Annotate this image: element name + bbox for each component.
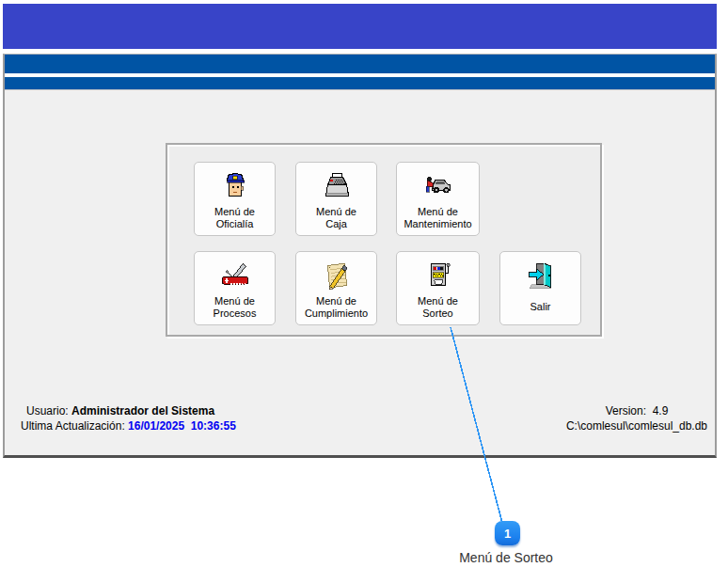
- exit-door-icon: [525, 258, 557, 292]
- menu-button-cumplimiento[interactable]: Menú de Cumplimiento: [295, 251, 377, 325]
- label-line1: Menú de: [214, 206, 255, 218]
- label-line1: Menú de: [214, 295, 257, 307]
- label-line1: Menú de: [316, 206, 356, 218]
- label-line2: Mantenimiento: [404, 218, 471, 230]
- menu-button-procesos[interactable]: Menú de Procesos: [194, 251, 276, 325]
- car-repair-icon: [422, 168, 454, 203]
- label-line2: Caja: [316, 218, 356, 230]
- footer-status: Usuario: Administrador del Sistema Ultim…: [21, 403, 236, 433]
- usuario-label: Usuario:: [26, 404, 71, 418]
- menu-button-label: Menú de Cumplimiento: [305, 292, 368, 324]
- menu-button-label: Menú de Procesos: [214, 292, 257, 324]
- swiss-knife-icon: [219, 258, 251, 292]
- actualizacion-value: 16/01/2025 10:36:55: [128, 419, 236, 433]
- menu-button-salir[interactable]: Salir: [499, 251, 581, 325]
- label-line1: Menú de: [305, 295, 368, 307]
- menu-button-oficialia[interactable]: Menú de Oficialía: [194, 162, 276, 236]
- title-bar: [3, 4, 717, 49]
- notepad-pencil-icon: [321, 258, 353, 292]
- toolbar-band-bottom: [5, 77, 715, 90]
- label-line2: Oficialía: [214, 218, 255, 230]
- db-path-line: C:\comlesul\comlesul_db.db: [557, 418, 717, 433]
- menu-button-sorteo[interactable]: Menú de Sorteo: [396, 251, 480, 325]
- callout-badge: 1: [495, 521, 520, 545]
- footer-actualizacion-line: Ultima Actualización: 16/01/2025 10:36:5…: [21, 418, 236, 433]
- slot-machine-icon: [422, 258, 454, 292]
- actualizacion-label: Ultima Actualización:: [21, 419, 128, 433]
- police-officer-icon: [219, 168, 251, 203]
- footer-usuario-line: Usuario: Administrador del Sistema: [26, 403, 236, 418]
- cash-register-icon: [321, 168, 353, 203]
- menu-button-mantenimiento[interactable]: Menú de Mantenimiento: [396, 162, 480, 236]
- toolbar-band-top: [5, 55, 715, 73]
- menu-button-label: Menú de Oficialía: [214, 203, 255, 235]
- label-line1: Menú de: [418, 295, 458, 307]
- menu-button-label: Menú de Sorteo: [418, 292, 458, 324]
- footer-version-block: Version: 4.9 C:\comlesul\comlesul_db.db: [557, 403, 717, 433]
- label-line1: Menú de: [404, 206, 471, 218]
- label-line2: Procesos: [214, 307, 257, 320]
- menu-button-caja[interactable]: Menú de Caja: [295, 162, 377, 236]
- callout-number: 1: [504, 527, 511, 541]
- callout-label: Menú de Sorteo: [421, 550, 591, 565]
- label-line2: Sorteo: [418, 307, 458, 320]
- menu-button-label: Salir: [530, 292, 550, 324]
- usuario-value: Administrador del Sistema: [71, 404, 214, 418]
- label-line2: Cumplimiento: [305, 307, 368, 320]
- label-line1: Salir: [530, 301, 550, 313]
- menu-button-label: Menú de Mantenimiento: [404, 203, 471, 235]
- menu-button-label: Menú de Caja: [316, 203, 356, 235]
- version-line: Version: 4.9: [557, 403, 717, 418]
